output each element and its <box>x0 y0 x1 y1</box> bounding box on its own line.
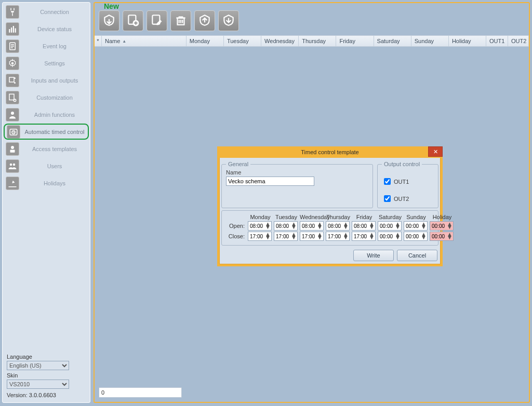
svg-point-8 <box>11 62 14 64</box>
sidebar-item-settings[interactable]: Settings <box>4 55 89 71</box>
close-friday[interactable]: 17:00▲▼ <box>352 232 376 241</box>
close-monday[interactable]: 17:00▲▼ <box>248 232 272 241</box>
open-holiday[interactable]: 00:00▲▼ <box>430 221 454 231</box>
event-log-icon <box>6 39 19 53</box>
dialog-title-text: Timed control template <box>301 149 358 155</box>
sched-hdr-thursday: Thursday <box>326 214 351 220</box>
sidebar-item-event-log[interactable]: Event log <box>4 38 89 54</box>
language-label: Language <box>7 354 86 360</box>
language-select[interactable]: English (US) <box>7 361 69 370</box>
name-input[interactable] <box>226 177 314 186</box>
dialog-title: Timed control template ✕ <box>217 146 443 158</box>
toolbar-import-button[interactable] <box>194 10 215 31</box>
toolbar-delete-button[interactable] <box>170 10 191 31</box>
close-icon: ✕ <box>433 148 438 155</box>
name-label: Name <box>226 169 368 175</box>
holidays-icon <box>6 177 19 190</box>
open-friday[interactable]: 08:00▲▼ <box>352 221 376 231</box>
out2-checkbox-label[interactable]: OUT2 <box>382 194 409 204</box>
open-wednesday[interactable]: 08:00▲▼ <box>300 221 324 231</box>
sidebar-item-access-templates[interactable]: Access templates <box>4 141 89 157</box>
write-button[interactable]: Write <box>353 250 394 261</box>
device-status-icon <box>6 22 19 36</box>
skin-select[interactable]: VS2010 <box>7 380 69 389</box>
svg-rect-0 <box>9 29 10 33</box>
grid-col-tuesday[interactable]: Tuesday <box>224 36 261 46</box>
sidebar-item-label: Holidays <box>22 180 87 186</box>
fieldset-output: Output control OUT1 OUT2 <box>377 161 438 208</box>
annotation-new: New <box>104 2 119 10</box>
svg-point-14 <box>11 112 14 115</box>
grid-col-name[interactable]: Name <box>102 36 187 46</box>
close-sunday[interactable]: 00:00▲▼ <box>404 232 428 241</box>
grid-col-friday[interactable]: Friday <box>336 36 374 46</box>
svg-point-20 <box>13 163 16 166</box>
sched-hdr-wednesday: Wednesday <box>300 214 325 220</box>
sidebar-item-label: Device status <box>22 26 87 32</box>
close-holiday[interactable]: 00:00▲▼ <box>430 232 454 241</box>
open-saturday[interactable]: 00:00▲▼ <box>378 221 402 231</box>
grid-row-marker: * <box>95 36 102 46</box>
close-wednesday[interactable]: 17:00▲▼ <box>300 232 324 241</box>
grid-col-out1[interactable]: OUT1 <box>486 36 508 46</box>
sidebar-item-label: Admin functions <box>22 112 87 118</box>
grid-col-monday[interactable]: Monday <box>187 36 224 46</box>
fieldset-general: General Name <box>221 161 373 208</box>
dialog-timed-control: Timed control template ✕ General Name Ou… <box>217 146 443 266</box>
sidebar-item-admin-functions[interactable]: Admin functions <box>4 106 89 123</box>
grid-col-sunday[interactable]: Sunday <box>411 36 449 46</box>
dialog-close-button[interactable]: ✕ <box>428 146 443 157</box>
toolbar-export-button[interactable] <box>218 10 239 31</box>
toolbar-edit-button[interactable] <box>147 10 167 31</box>
sidebar-item-device-status[interactable]: Device status <box>4 21 89 37</box>
out1-text: OUT1 <box>394 179 409 185</box>
connection-icon <box>6 5 19 19</box>
close-thursday[interactable]: 17:00▲▼ <box>326 232 350 241</box>
sidebar-item-label: Access templates <box>22 146 87 152</box>
sidebar-item-inputs-outputs[interactable]: Inputs and outputs <box>4 72 89 88</box>
sidebar-item-users[interactable]: Users <box>4 158 89 174</box>
sidebar-item-connection[interactable]: Connection <box>4 4 89 20</box>
open-tuesday[interactable]: 08:00▲▼ <box>274 221 298 231</box>
sidebar-item-label: Settings <box>22 60 87 66</box>
grid-col-saturday[interactable]: Saturday <box>374 36 411 46</box>
new-icon <box>126 13 140 28</box>
admin-functions-icon <box>6 108 19 121</box>
skin-label: Skin <box>7 372 86 378</box>
customization-icon <box>6 91 19 104</box>
general-legend: General <box>226 161 250 167</box>
sidebar-item-customization[interactable]: Customization <box>4 89 89 105</box>
sched-hdr-tuesday: Tuesday <box>274 214 299 220</box>
open-monday[interactable]: 08:00▲▼ <box>248 221 272 231</box>
out2-checkbox[interactable] <box>384 195 391 202</box>
grid-col-wednesday[interactable]: Wednesday <box>261 36 299 46</box>
sidebar-item-holidays[interactable]: Holidays <box>4 175 89 191</box>
toolbar <box>95 3 529 35</box>
close-saturday[interactable]: 00:00▲▼ <box>378 232 402 241</box>
svg-rect-18 <box>10 150 15 152</box>
svg-point-19 <box>10 163 12 166</box>
automatic-timed-control-icon <box>7 125 20 139</box>
sidebar-item-label: Users <box>22 163 87 169</box>
grid-col-out2[interactable]: OUT2 <box>508 36 529 46</box>
toolbar-read-button[interactable] <box>99 10 119 31</box>
status-input[interactable] <box>99 387 182 398</box>
out1-checkbox[interactable] <box>384 178 391 185</box>
cancel-button[interactable]: Cancel <box>397 250 437 261</box>
open-sunday[interactable]: 00:00▲▼ <box>404 221 428 231</box>
open-label: Open: <box>226 223 247 229</box>
read-icon <box>102 13 116 28</box>
grid-col-holiday[interactable]: Holiday <box>449 36 486 46</box>
sidebar-item-automatic-timed-control[interactable]: Automatic timed control <box>4 124 89 140</box>
open-thursday[interactable]: 08:00▲▼ <box>326 221 350 231</box>
sidebar-item-label: Inputs and outputs <box>22 77 87 84</box>
svg-point-13 <box>14 99 16 102</box>
sidebar-item-label: Connection <box>22 9 87 15</box>
export-icon <box>222 13 235 28</box>
grid-col-thursday[interactable]: Thursday <box>299 36 336 46</box>
svg-rect-2 <box>13 26 14 33</box>
close-tuesday[interactable]: 17:00▲▼ <box>274 232 298 241</box>
users-icon <box>6 159 19 173</box>
out1-checkbox-label[interactable]: OUT1 <box>382 177 409 186</box>
toolbar-new-button[interactable] <box>123 10 143 31</box>
